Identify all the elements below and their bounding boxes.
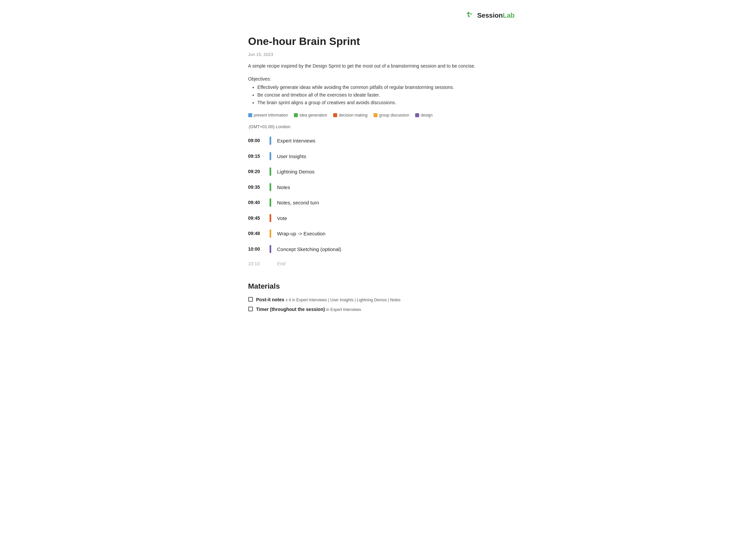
- schedule-row-7: 10:00 Concept Sketching (optional): [248, 245, 508, 254]
- present-information-dot: [248, 113, 252, 117]
- schedule-row-1: 09:15 User Insights: [248, 152, 508, 161]
- material-detail-0: x 4: [286, 297, 292, 302]
- schedule-title-1: User Insights: [277, 152, 307, 161]
- schedule-bar-7: [270, 245, 271, 254]
- material-checkbox-0[interactable]: [248, 297, 253, 301]
- schedule-row-2: 09:20 Lightning Demos: [248, 168, 508, 176]
- legend: present information idea generation deci…: [248, 112, 508, 118]
- svg-point-1: [467, 12, 468, 13]
- page-date: Jun 15, 2023: [248, 51, 508, 58]
- legend-design: design: [415, 112, 432, 118]
- schedule-bar-1: [270, 152, 271, 161]
- schedule-title-6: Wrap-up -> Execution: [277, 230, 326, 238]
- schedule-title-5: Vote: [277, 214, 287, 223]
- schedule-title-3: Notes: [277, 183, 290, 192]
- materials-title: Materials: [248, 280, 508, 291]
- timezone: (GMT+01:00) London: [248, 124, 508, 130]
- schedule-time-6: 09:48: [248, 230, 268, 238]
- schedule-time-4: 09:40: [248, 199, 268, 207]
- schedule-row-3: 09:35 Notes: [248, 183, 508, 192]
- schedule-bar-2: [270, 168, 271, 176]
- objective-item: Be concise and timebox all of the exerci…: [258, 92, 508, 99]
- group-discussion-dot: [374, 113, 378, 117]
- legend-present-information: present information: [248, 112, 288, 118]
- schedule-title-0: Expert Interviews: [277, 137, 316, 145]
- design-dot: [415, 113, 419, 117]
- sessionlab-logo-icon: [464, 10, 475, 21]
- schedule-time-5: 09:45: [248, 214, 268, 223]
- material-name-0: Post-it notes: [256, 297, 285, 302]
- schedule-title-2: Lightning Demos: [277, 168, 315, 176]
- legend-group-discussion-label: group discussion: [379, 112, 409, 118]
- legend-idea-generation-label: idea generation: [300, 112, 327, 118]
- objectives-label: Objectives:: [248, 76, 508, 83]
- schedule-time-2: 09:20: [248, 168, 268, 176]
- material-item-0: Post-it notes x 4 in Expert Interviews |…: [248, 296, 508, 303]
- material-name-1: Timer (throughout the session): [256, 306, 325, 312]
- legend-decision-making: decision making: [333, 112, 368, 118]
- legend-design-label: design: [421, 112, 432, 118]
- legend-present-information-label: present information: [254, 112, 288, 118]
- schedule-bar-6: [270, 230, 271, 238]
- schedule-row-6: 09:48 Wrap-up -> Execution: [248, 230, 508, 238]
- objective-item: The brain sprint aligns a group of creat…: [258, 99, 508, 106]
- schedule-time-3: 09:35: [248, 183, 268, 192]
- schedule: 09:00 Expert Interviews 09:15 User Insig…: [248, 137, 508, 268]
- objective-item: Effectively generate ideas while avoidin…: [258, 84, 508, 91]
- schedule-end-label: End: [277, 261, 286, 268]
- material-locations-1: in Expert Interviews: [326, 307, 361, 312]
- material-checkbox-1[interactable]: [248, 306, 253, 311]
- objectives-list: Effectively generate ideas while avoidin…: [248, 84, 508, 106]
- schedule-bar-0: [270, 137, 271, 145]
- material-text-1: Timer (throughout the session) in Expert…: [256, 306, 361, 313]
- legend-decision-making-label: decision making: [339, 112, 368, 118]
- page-description: A simple recipe inspired by the Design S…: [248, 63, 508, 70]
- schedule-title-4: Notes, second turn: [277, 199, 319, 207]
- legend-group-discussion: group discussion: [374, 112, 409, 118]
- legend-idea-generation: idea generation: [294, 112, 327, 118]
- schedule-time-1: 09:15: [248, 152, 268, 161]
- decision-making-dot: [333, 113, 337, 117]
- schedule-end-time: 10:10: [248, 261, 268, 268]
- materials-section: Materials Post-it notes x 4 in Expert In…: [248, 280, 508, 313]
- page-title: One-hour Brain Sprint: [248, 33, 508, 49]
- schedule-time-7: 10:00: [248, 245, 268, 254]
- svg-point-0: [467, 12, 469, 15]
- schedule-bar-3: [270, 183, 271, 192]
- schedule-end-row: 10:10 End: [248, 261, 508, 268]
- schedule-row-4: 09:40 Notes, second turn: [248, 199, 508, 207]
- page-wrapper: SessionLab One-hour Brain Sprint Jun 15,…: [228, 0, 528, 335]
- logo-text: SessionLab: [477, 10, 514, 20]
- schedule-row-0: 09:00 Expert Interviews: [248, 137, 508, 145]
- material-item-1: Timer (throughout the session) in Expert…: [248, 306, 508, 313]
- schedule-time-0: 09:00: [248, 137, 268, 145]
- idea-generation-dot: [294, 113, 298, 117]
- schedule-bar-5: [270, 214, 271, 223]
- material-text-0: Post-it notes x 4 in Expert Interviews |…: [256, 296, 401, 303]
- schedule-row-5: 09:45 Vote: [248, 214, 508, 223]
- schedule-title-7: Concept Sketching (optional): [277, 245, 342, 254]
- schedule-bar-4: [270, 199, 271, 207]
- material-locations-0: in Expert Interviews | User Insights | L…: [292, 297, 401, 302]
- logo-area: SessionLab: [464, 10, 514, 21]
